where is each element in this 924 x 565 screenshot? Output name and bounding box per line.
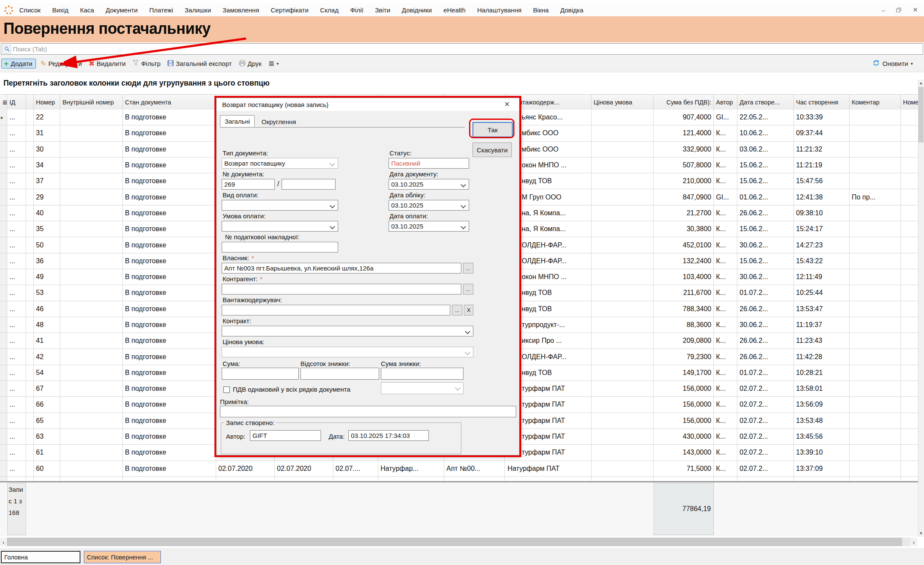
column-header[interactable]: Номер — [34, 95, 60, 110]
cell-dots[interactable]: ... — [7, 221, 26, 237]
refresh-button[interactable]: Оновити ▾ — [873, 59, 924, 68]
contragent-browse-button[interactable]: ... — [463, 284, 473, 294]
menu-item[interactable]: Каса — [80, 6, 94, 14]
column-header[interactable]: Стан документа — [123, 95, 216, 110]
cell-dots[interactable]: ... — [7, 429, 26, 445]
pay-kind-select[interactable] — [222, 200, 338, 211]
tax-invoice-input[interactable] — [222, 242, 338, 253]
cell-dots[interactable]: ... — [7, 301, 26, 317]
cancel-button[interactable]: Скасувати — [472, 143, 512, 157]
cell-dots[interactable]: ... — [7, 477, 26, 481]
dialog-close-icon[interactable]: ✕ — [504, 100, 510, 108]
acc-date-select[interactable]: 03.10.2025 — [389, 200, 469, 211]
menu-item[interactable]: Замовлення — [223, 6, 259, 14]
table-row[interactable]: ...60В подготовке02.07.202002.07.202002.… — [0, 461, 924, 477]
cell-dots[interactable]: ... — [7, 285, 26, 301]
menu-item[interactable]: Довідники — [402, 6, 432, 14]
cell-dots[interactable]: ... — [7, 461, 26, 477]
filter-button[interactable]: Фільтр — [133, 60, 160, 67]
menu-item[interactable]: Сертифікати — [271, 6, 309, 14]
edit-button[interactable]: ✎ Редагувати — [40, 59, 82, 68]
cell-dots[interactable]: ... — [7, 173, 26, 189]
menu-item[interactable]: Документи — [106, 6, 138, 14]
taskbar-tab-home[interactable]: Головна — [1, 551, 80, 563]
price-cond-select[interactable] — [222, 347, 473, 357]
view-options-button[interactable]: ≣ ▾ — [268, 59, 279, 68]
column-header[interactable]: ≣ — [0, 95, 7, 110]
doc-number-suffix-input[interactable] — [282, 179, 336, 190]
taskbar-tab-list[interactable]: Список: Повернення ... — [84, 551, 161, 563]
owner-input[interactable]: Апт №003 пгт.Барышевка, ул.Киевский шлях… — [222, 263, 461, 274]
horizontal-scrollbar-thumb[interactable] — [7, 538, 902, 546]
doc-number-input[interactable]: 269 — [222, 179, 275, 190]
cell-dots[interactable]: ... — [7, 413, 26, 429]
add-button[interactable]: + Додати — [1, 59, 36, 68]
cell-dots[interactable]: ... — [7, 189, 26, 205]
column-header[interactable] — [26, 95, 34, 110]
export-button[interactable]: Загальний експорт — [167, 60, 232, 68]
group-by-panel[interactable]: Перетягніть заголовок колонки сюди для у… — [0, 73, 924, 93]
scroll-left-arrow[interactable]: ‹ — [0, 538, 7, 546]
cell-dots[interactable]: ... — [7, 317, 26, 333]
contract-select[interactable] — [222, 326, 473, 336]
menu-item[interactable]: Філії — [350, 6, 363, 14]
column-header[interactable]: Дата створе... — [737, 95, 794, 110]
column-header[interactable]: Внутрішній номер — [60, 95, 123, 110]
doc-date-select[interactable]: 03.10.2025 — [389, 179, 469, 190]
consignee-clear-button[interactable]: X — [464, 305, 473, 315]
tab-rounding[interactable]: Округлення — [257, 116, 300, 127]
cell-dots[interactable]: ... — [7, 365, 26, 381]
ok-button[interactable]: Так — [472, 122, 513, 137]
pay-date-select[interactable]: 03.10.2025 — [389, 221, 469, 232]
consignee-browse-button[interactable]: ... — [452, 305, 462, 315]
note-input[interactable] — [220, 406, 516, 417]
cell-dots[interactable]: ... — [7, 205, 26, 221]
column-header[interactable]: Час створення — [794, 95, 850, 110]
menu-item[interactable]: Довідка — [560, 6, 583, 14]
scroll-up-arrow[interactable]: ▲ — [918, 80, 924, 86]
column-header[interactable]: ІД — [7, 95, 26, 110]
doc-type-select[interactable]: Возврат поставщику — [222, 158, 338, 169]
owner-browse-button[interactable]: ... — [463, 263, 473, 274]
table-row[interactable]: ...64В подготовке02.07.202002.07.202002.… — [0, 477, 924, 481]
cell-dots[interactable]: ... — [7, 333, 26, 349]
column-header[interactable]: Цінова умова — [591, 95, 654, 110]
column-header[interactable]: Автор — [714, 95, 737, 110]
cell-dots[interactable]: ... — [7, 253, 26, 269]
menu-item[interactable]: Залишки — [185, 6, 211, 14]
restore-button[interactable] — [896, 6, 901, 14]
menu-item[interactable]: Звіти — [375, 6, 390, 14]
scroll-right-arrow[interactable]: › — [910, 538, 917, 546]
menu-item[interactable]: Налаштування — [477, 6, 522, 14]
discount-pct-input[interactable] — [300, 368, 379, 380]
menu-item[interactable]: Склад — [320, 6, 339, 14]
tab-general[interactable]: Загальні — [220, 115, 255, 127]
menu-item[interactable]: Платежі — [149, 6, 173, 14]
contragent-input[interactable] — [222, 284, 461, 294]
cell-dots[interactable]: ... — [7, 269, 26, 285]
cell-dots[interactable]: ... — [7, 110, 26, 125]
menu-item[interactable]: Вихід — [52, 6, 68, 14]
sum-input[interactable] — [222, 368, 299, 380]
vertical-scrollbar[interactable] — [918, 80, 924, 537]
print-button[interactable]: Друк — [239, 60, 261, 68]
scroll-down-arrow[interactable]: ▼ — [918, 530, 924, 537]
minimize-button[interactable]: – — [882, 6, 885, 14]
consignee-input[interactable] — [222, 305, 450, 315]
vat-same-checkbox[interactable] — [223, 387, 230, 393]
cell-dots[interactable]: ... — [7, 142, 26, 158]
column-header[interactable]: Коментар — [850, 95, 901, 110]
cell-dots[interactable]: ... — [7, 445, 26, 461]
cell-dots[interactable]: ... — [7, 397, 26, 413]
delete-button[interactable]: ✖ Видалити — [89, 59, 125, 68]
vertical-scrollbar-thumb[interactable] — [918, 87, 924, 143]
search-input[interactable]: Поиск (Tab) — [1, 43, 923, 55]
cell-dots[interactable]: ... — [7, 125, 26, 141]
cell-dots[interactable]: ... — [7, 158, 26, 173]
menu-item[interactable]: Список — [19, 6, 41, 14]
cell-dots[interactable]: ... — [7, 237, 26, 253]
menu-item[interactable]: eHealth — [443, 6, 466, 14]
vat-rate-select[interactable] — [381, 382, 463, 394]
cell-dots[interactable]: ... — [7, 381, 26, 397]
menu-item[interactable]: Вікна — [533, 6, 549, 14]
